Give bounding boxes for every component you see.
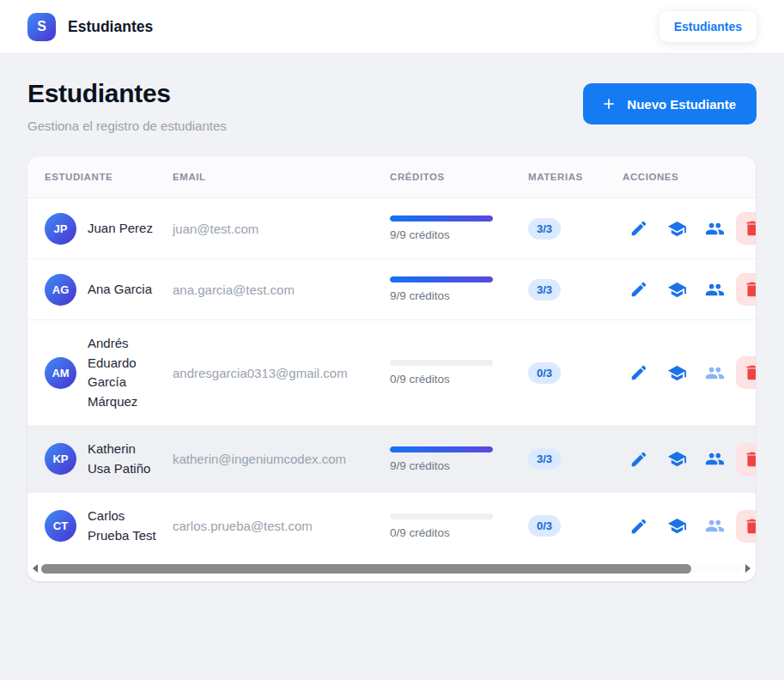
groups-button[interactable] (698, 212, 731, 245)
credits-label: 9/9 créditos (390, 289, 526, 302)
materias-badge: 3/3 (528, 279, 561, 301)
edit-button[interactable] (623, 273, 655, 306)
student-name: Carlos Prueba Test (88, 507, 160, 545)
materias-badge: 3/3 (528, 448, 561, 470)
avatar: JP (45, 213, 76, 245)
column-header-creditos: Créditos (390, 172, 526, 182)
page-title: Estudiantes (27, 79, 227, 108)
group-icon (705, 363, 725, 383)
student-email: katherin@ingeniumcodex.com (173, 452, 346, 466)
plus-icon (600, 95, 617, 112)
subjects-button[interactable] (660, 443, 693, 476)
trash-icon (743, 363, 756, 382)
materias-cell: 3/3 (526, 279, 618, 301)
groups-button[interactable] (698, 273, 731, 306)
pencil-icon (629, 280, 648, 299)
subjects-button[interactable] (660, 356, 693, 389)
student-name: Andrés Eduardo García Márquez (88, 334, 160, 411)
materias-cell: 0/3 (526, 515, 618, 537)
credits-cell: 9/9 créditos (390, 276, 526, 302)
page-header: Estudiantes Gestiona el registro de estu… (27, 79, 757, 133)
horizontal-scrollbar[interactable] (27, 559, 756, 581)
student-cell: CT Carlos Prueba Test (27, 507, 173, 545)
pencil-icon (629, 450, 648, 469)
group-icon (705, 449, 725, 469)
email-cell: katherin@ingeniumcodex.com (173, 452, 390, 466)
avatar-initials: KP (52, 452, 68, 465)
app-root: S Estudiantes Estudiantes Estudiantes Ge… (0, 0, 784, 680)
credits-progress-fill (390, 446, 493, 452)
groups-button[interactable] (698, 510, 731, 543)
delete-button[interactable] (736, 212, 756, 245)
credits-cell: 9/9 créditos (390, 446, 526, 472)
group-icon (705, 516, 725, 536)
table-body: JP Juan Perez juan@test.com 9/9 créditos… (27, 198, 756, 559)
pencil-icon (629, 219, 648, 238)
school-icon (667, 363, 687, 383)
delete-button[interactable] (736, 443, 756, 476)
subjects-button[interactable] (660, 510, 693, 543)
column-header-acciones: Acciones (618, 172, 756, 182)
app-title: Estudiantes (68, 18, 153, 36)
edit-button[interactable] (623, 356, 655, 389)
credits-label: 9/9 créditos (390, 228, 526, 241)
credits-cell: 9/9 créditos (390, 216, 526, 241)
delete-button[interactable] (736, 356, 756, 389)
group-icon (705, 280, 725, 300)
chevron-left-icon[interactable] (33, 564, 38, 573)
subjects-button[interactable] (660, 273, 693, 306)
school-icon (667, 516, 687, 536)
school-icon (667, 280, 687, 300)
materias-cell: 0/3 (526, 362, 618, 384)
column-header-estudiante: Estudiante (27, 172, 173, 182)
student-email: andresgarcia0313@gmail.com (173, 366, 348, 380)
student-email: carlos.prueba@test.com (173, 519, 313, 533)
table-row: AG Ana Garcia ana.garcia@test.com 9/9 cr… (27, 259, 756, 320)
avatar-initials: AG (52, 283, 70, 296)
delete-button[interactable] (736, 273, 756, 306)
student-cell: KP Katherin Usa Patiño (27, 440, 173, 478)
student-email: juan@test.com (173, 222, 258, 236)
page-header-text: Estudiantes Gestiona el registro de estu… (27, 79, 227, 133)
student-cell: JP Juan Perez (27, 213, 173, 245)
column-header-email: Email (173, 172, 390, 182)
app-logo[interactable]: S (27, 13, 56, 41)
school-icon (667, 219, 687, 239)
credits-label: 0/9 créditos (390, 526, 526, 539)
students-table-card: Estudiante Email Créditos Materias Accio… (27, 156, 756, 581)
edit-button[interactable] (623, 443, 655, 476)
main-content: Estudiantes Gestiona el registro de estu… (0, 54, 784, 581)
navbar-menu: Estudiantes (659, 11, 757, 42)
subjects-button[interactable] (660, 212, 693, 245)
credits-progressbar (390, 216, 493, 222)
navbar-brand: S Estudiantes (27, 13, 153, 41)
top-navbar: S Estudiantes Estudiantes (0, 0, 784, 54)
actions-cell (618, 212, 756, 245)
scrollbar-thumb[interactable] (41, 564, 691, 574)
materias-cell: 3/3 (526, 218, 618, 240)
table-row: AM Andrés Eduardo García Márquez andresg… (27, 320, 756, 426)
nav-link-estudiantes[interactable]: Estudiantes (659, 11, 757, 42)
groups-button[interactable] (698, 356, 731, 389)
edit-button[interactable] (623, 510, 655, 543)
avatar-initials: JP (54, 222, 68, 235)
credits-progress-fill (390, 216, 493, 222)
delete-button[interactable] (736, 510, 756, 543)
trash-icon (743, 450, 756, 469)
avatar-initials: AM (52, 367, 69, 379)
pencil-icon (629, 363, 648, 382)
group-icon (705, 219, 725, 239)
groups-button[interactable] (698, 443, 731, 476)
new-student-button[interactable]: Nuevo Estudiante (583, 83, 757, 124)
column-header-materias: Materias (526, 172, 618, 182)
actions-cell (618, 510, 756, 543)
edit-button[interactable] (623, 212, 655, 245)
credits-progress-fill (390, 276, 493, 282)
materias-badge: 0/3 (528, 515, 561, 537)
chevron-right-icon[interactable] (745, 564, 751, 573)
materias-cell: 3/3 (526, 448, 618, 470)
credits-cell: 0/9 créditos (390, 513, 526, 539)
credits-label: 9/9 créditos (390, 459, 526, 472)
school-icon (667, 449, 687, 469)
scrollbar-track[interactable] (40, 564, 743, 574)
